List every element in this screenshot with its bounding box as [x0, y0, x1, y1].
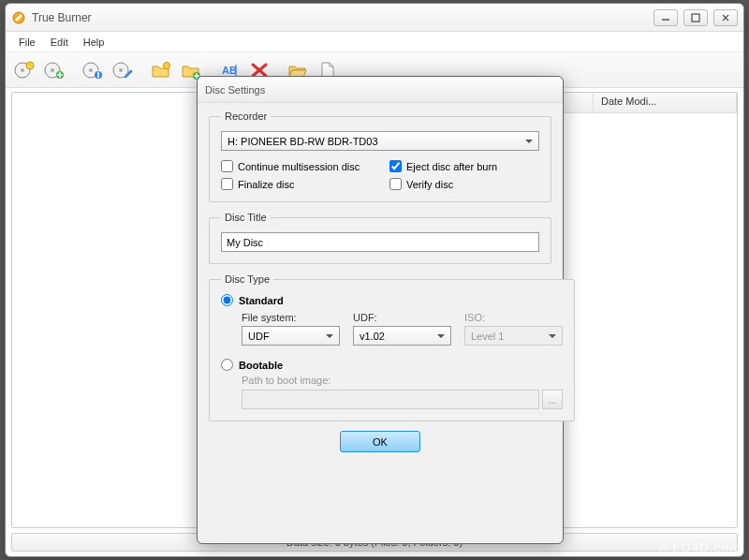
disc-type-legend: Disc Type	[221, 273, 273, 285]
svg-point-15	[164, 62, 170, 68]
fs-label: File system:	[242, 312, 340, 323]
chk-finalize-box[interactable]	[221, 178, 233, 190]
chk-verify-label: Verify disc	[406, 179, 453, 190]
radio-standard[interactable]: Standard	[221, 294, 563, 306]
menu-file[interactable]: File	[11, 35, 43, 50]
radio-bootable-label: Bootable	[239, 360, 283, 371]
boot-path-browse: ...	[542, 390, 563, 409]
svg-point-7	[51, 68, 54, 72]
path-label: Path to boot image:	[242, 375, 330, 386]
udf-label: UDF:	[353, 312, 451, 323]
toolbar-disc-new[interactable]	[11, 57, 37, 83]
svg-text:i: i	[96, 68, 99, 80]
recorder-legend: Recorder	[221, 111, 271, 122]
boot-path-input	[242, 390, 539, 409]
chk-eject-box[interactable]	[389, 160, 402, 172]
menu-help[interactable]: Help	[76, 35, 112, 50]
menubar: File Edit Help	[6, 32, 743, 52]
browse-label: ...	[548, 394, 556, 405]
fs-select[interactable]: UDF	[242, 326, 340, 346]
svg-point-4	[21, 68, 24, 72]
close-button[interactable]	[713, 9, 738, 26]
chk-finalize-label: Finalize disc	[238, 179, 295, 190]
iso-value: Level 1	[471, 331, 504, 342]
window-controls	[654, 9, 738, 26]
toolbar-folder-new[interactable]	[148, 57, 174, 83]
minimize-button[interactable]	[654, 9, 678, 26]
chk-eject-label: Eject disc after burn	[406, 161, 497, 172]
svg-rect-2	[692, 14, 699, 22]
ok-button[interactable]: OK	[340, 431, 420, 452]
chk-eject[interactable]: Eject disc after burn	[389, 160, 539, 172]
chk-continue-box[interactable]	[221, 160, 233, 172]
toolbar-disc-add[interactable]	[41, 57, 67, 83]
recorder-value: H: PIONEER BD-RW BDR-TD03	[228, 136, 378, 147]
disc-title-group: Disc Title	[209, 212, 551, 264]
chk-verify-box[interactable]	[389, 178, 402, 190]
maximize-button[interactable]	[683, 9, 708, 26]
chk-finalize[interactable]: Finalize disc	[221, 178, 371, 190]
svg-point-5	[26, 62, 34, 69]
udf-select[interactable]: v1.02	[353, 326, 451, 346]
fs-value: UDF	[248, 331, 270, 342]
disc-title-legend: Disc Title	[221, 212, 271, 223]
chk-continue[interactable]: Continue multisession disc	[221, 160, 371, 172]
dialog-body: Recorder H: PIONEER BD-RW BDR-TD03 Conti…	[198, 103, 563, 464]
svg-text:AB: AB	[222, 65, 237, 76]
app-icon	[11, 10, 26, 25]
dialog-title: Disc Settings	[205, 84, 265, 96]
tree-pane[interactable]	[12, 93, 228, 527]
radio-bootable-input[interactable]	[221, 359, 233, 371]
radio-bootable[interactable]: Bootable	[221, 359, 563, 371]
menu-edit[interactable]: Edit	[43, 35, 76, 50]
toolbar-disc-info[interactable]: i	[80, 57, 106, 83]
dialog-titlebar[interactable]: Disc Settings	[198, 77, 563, 103]
toolbar-disc-link[interactable]	[110, 57, 136, 83]
chk-verify[interactable]: Verify disc	[389, 178, 539, 190]
udf-value: v1.02	[360, 331, 385, 342]
iso-label: ISO:	[464, 312, 563, 323]
radio-standard-input[interactable]	[221, 294, 233, 306]
chk-continue-label: Continue multisession disc	[238, 161, 360, 172]
radio-standard-label: Standard	[239, 295, 284, 306]
recorder-select[interactable]: H: PIONEER BD-RW BDR-TD03	[221, 131, 539, 151]
col-date[interactable]: Date Modi...	[594, 93, 737, 112]
svg-point-10	[89, 68, 93, 72]
svg-point-14	[119, 68, 123, 72]
ok-label: OK	[373, 436, 388, 448]
disc-settings-dialog: Disc Settings Recorder H: PIONEER BD-RW …	[197, 76, 564, 544]
window-title: True Burner	[32, 11, 654, 24]
disc-title-input[interactable]	[221, 232, 539, 252]
recorder-group: Recorder H: PIONEER BD-RW BDR-TD03 Conti…	[209, 111, 551, 202]
iso-select: Level 1	[464, 326, 563, 346]
titlebar: True Burner	[6, 4, 743, 32]
disc-type-group: Disc Type Standard File system: UDF UDF:…	[209, 273, 575, 421]
